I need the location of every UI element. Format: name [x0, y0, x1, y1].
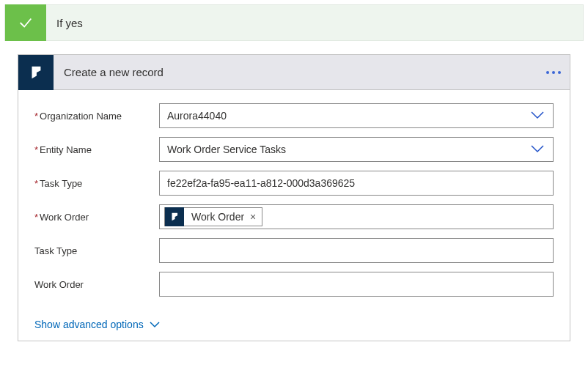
label-entity-name: *Entity Name: [34, 144, 159, 155]
condition-header[interactable]: If yes: [4, 4, 584, 41]
row-entity-name: *Entity Name Work Order Service Tasks: [34, 137, 554, 162]
row-organization-name: *Organization Name Aurora44040: [34, 103, 554, 128]
input-work-order[interactable]: [159, 272, 554, 297]
chevron-down-icon: [531, 110, 544, 122]
label-work-order-required: *Work Order: [34, 212, 159, 223]
condition-title: If yes: [46, 17, 83, 29]
card-title: Create a new record: [54, 66, 163, 78]
row-task-type-required: *Task Type fe22ef2a-fa95-ea11-a812-000d3…: [34, 171, 554, 196]
row-work-order-required: *Work Order Work Order ×: [34, 204, 554, 229]
input-task-type[interactable]: [159, 238, 554, 263]
more-menu-icon[interactable]: [546, 71, 561, 74]
label-task-type: Task Type: [34, 245, 159, 256]
chevron-down-icon: [531, 144, 544, 155]
row-work-order: Work Order: [34, 272, 554, 297]
action-card: Create a new record *Organization Name A…: [18, 54, 570, 341]
chevron-down-icon: [150, 319, 160, 330]
show-advanced-options-link[interactable]: Show advanced options: [34, 319, 160, 330]
row-task-type: Task Type: [34, 238, 554, 263]
label-work-order: Work Order: [34, 279, 159, 290]
dropdown-organization-name[interactable]: Aurora44040: [159, 103, 554, 128]
form-body: *Organization Name Aurora44040 *Entity N…: [18, 90, 570, 341]
dropdown-entity-name[interactable]: Work Order Service Tasks: [159, 137, 554, 162]
checkmark-icon: [5, 4, 46, 41]
dynamics-icon: [18, 55, 54, 90]
input-work-order-required[interactable]: Work Order ×: [159, 204, 554, 229]
dynamics-icon: [165, 207, 184, 226]
token-work-order[interactable]: Work Order ×: [164, 207, 262, 226]
label-task-type-required: *Task Type: [34, 178, 159, 189]
input-task-type-required[interactable]: fe22ef2a-fa95-ea11-a812-000d3a369625: [159, 171, 554, 196]
close-icon[interactable]: ×: [250, 211, 262, 223]
label-organization-name: *Organization Name: [34, 111, 159, 122]
card-header[interactable]: Create a new record: [18, 55, 570, 90]
